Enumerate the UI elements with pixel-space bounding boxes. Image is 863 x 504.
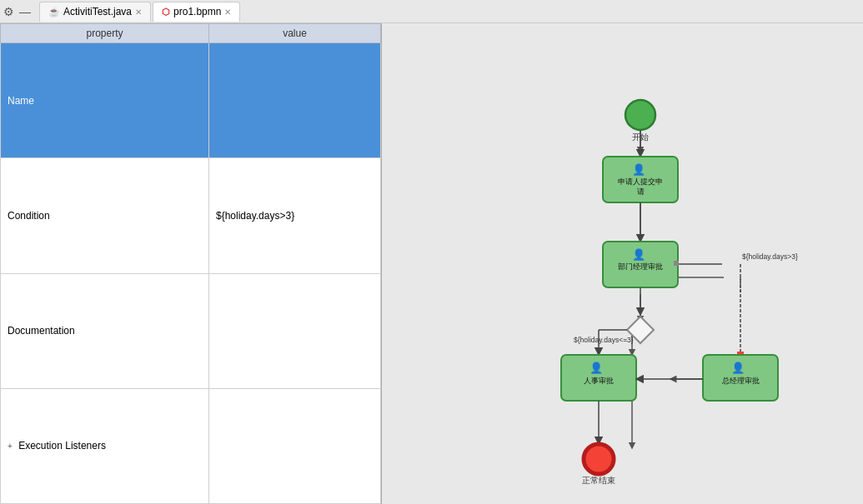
- col-value-header: value: [208, 24, 380, 43]
- settings-icon[interactable]: ⚙: [3, 5, 14, 18]
- prop-documentation-value[interactable]: [208, 273, 380, 388]
- tab-java[interactable]: ☕ ActivitiTest.java ✕: [39, 2, 151, 22]
- svg-text:正常结束: 正常结束: [582, 476, 615, 485]
- bpmn-diagram-svg: 开始 👤 申请人提交申 请 👤 部门经理审批: [382, 23, 863, 504]
- toolbar-left: ⚙ —: [3, 5, 38, 18]
- svg-rect-12: [603, 157, 678, 202]
- svg-rect-25: [561, 355, 636, 401]
- svg-point-38: [584, 444, 614, 474]
- diagram-svg: [382, 23, 863, 504]
- tab-bar-left: ⚙ — ☕ ActivitiTest.java ✕ ⬡ pro1.bpmn ✕: [3, 2, 240, 22]
- svg-text:👤: 👤: [632, 247, 646, 262]
- prop-execution-text: Execution Listeners: [18, 440, 106, 452]
- bpmn-icon: ⬡: [162, 7, 170, 17]
- tab-java-label: ActivitiTest.java: [63, 6, 132, 17]
- minimize-icon[interactable]: —: [19, 5, 31, 18]
- svg-text:部门经理审批: 部门经理审批: [618, 262, 663, 271]
- col-property-header: property: [1, 24, 209, 43]
- svg-text:开始: 开始: [632, 132, 649, 142]
- prop-execution-label: + Execution Listeners: [1, 388, 209, 503]
- tab-bpmn-close[interactable]: ✕: [224, 7, 231, 17]
- properties-table: property value Name Condition ${holiday.…: [0, 23, 381, 504]
- svg-point-9: [625, 100, 655, 130]
- right-panel[interactable]: 开始 👤 申请人提交申 请 👤 部门经理审批: [382, 23, 863, 504]
- svg-text:👤: 👤: [632, 162, 646, 177]
- prop-name-label: Name: [1, 43, 209, 158]
- prop-condition-label: Condition: [1, 158, 209, 273]
- svg-text:👤: 👤: [590, 361, 604, 375]
- tab-bar: ⚙ — ☕ ActivitiTest.java ✕ ⬡ pro1.bpmn ✕: [0, 0, 863, 23]
- table-row: + Execution Listeners: [1, 388, 381, 503]
- diagram-area: 开始 👤 申请人提交申 请 👤 部门经理审批: [382, 23, 863, 504]
- svg-rect-17: [603, 242, 678, 287]
- svg-rect-29: [674, 261, 679, 266]
- tab-java-close[interactable]: ✕: [135, 7, 142, 17]
- main-layout: property value Name Condition ${holiday.…: [0, 23, 863, 504]
- table-row: Name: [1, 43, 381, 158]
- svg-rect-33: [703, 355, 778, 401]
- svg-text:人事审批: 人事审批: [584, 377, 614, 385]
- tab-bpmn-label: pro1.bpmn: [173, 6, 221, 17]
- table-row: Documentation: [1, 273, 381, 388]
- svg-text:请: 请: [637, 187, 645, 196]
- svg-text:${holiday.days<=3}: ${holiday.days<=3}: [574, 336, 634, 344]
- svg-text:👤: 👤: [731, 361, 745, 375]
- prop-condition-value[interactable]: ${holiday.days>3}: [208, 158, 380, 273]
- svg-rect-31: [737, 352, 744, 358]
- svg-text:申请人提交申: 申请人提交申: [618, 177, 663, 186]
- tab-bpmn[interactable]: ⬡ pro1.bpmn ✕: [153, 2, 240, 22]
- svg-marker-21: [627, 317, 654, 343]
- prop-execution-value[interactable]: [208, 388, 380, 503]
- svg-text:总经理审批: 总经理审批: [721, 377, 760, 385]
- table-row: Condition ${holiday.days>3}: [1, 158, 381, 273]
- prop-name-value[interactable]: [208, 43, 380, 158]
- expand-icon[interactable]: +: [8, 442, 13, 451]
- prop-documentation-label: Documentation: [1, 273, 209, 388]
- java-icon: ☕: [48, 7, 60, 17]
- left-panel: property value Name Condition ${holiday.…: [0, 23, 382, 504]
- svg-text:${holiday.days>3}: ${holiday.days>3}: [742, 252, 798, 261]
